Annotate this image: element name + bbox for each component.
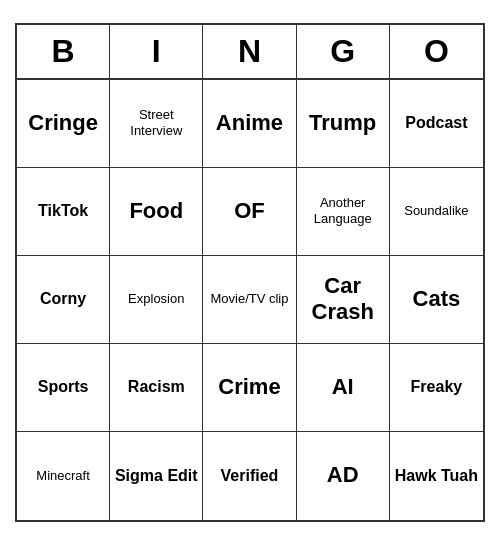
bingo-cell[interactable]: Soundalike	[390, 168, 483, 256]
bingo-cell[interactable]: TikTok	[17, 168, 110, 256]
header-letter: I	[110, 25, 203, 78]
bingo-cell[interactable]: Food	[110, 168, 203, 256]
header-letter: O	[390, 25, 483, 78]
bingo-cell[interactable]: OF	[203, 168, 296, 256]
cell-label: Freaky	[411, 377, 463, 396]
bingo-cell[interactable]: Anime	[203, 80, 296, 168]
cell-label: Food	[129, 198, 183, 224]
cell-label: Racism	[128, 377, 185, 396]
cell-label: Minecraft	[36, 468, 89, 484]
bingo-cell[interactable]: Sports	[17, 344, 110, 432]
bingo-cell[interactable]: Sigma Edit	[110, 432, 203, 520]
bingo-header: BINGO	[17, 25, 483, 80]
cell-label: Another Language	[301, 195, 385, 226]
bingo-cell[interactable]: Racism	[110, 344, 203, 432]
cell-label: Sports	[38, 377, 89, 396]
cell-label: Car Crash	[301, 273, 385, 326]
bingo-cell[interactable]: Corny	[17, 256, 110, 344]
bingo-grid: CringeStreet InterviewAnimeTrumpPodcastT…	[17, 80, 483, 520]
bingo-cell[interactable]: Freaky	[390, 344, 483, 432]
cell-label: Explosion	[128, 291, 184, 307]
cell-label: Street Interview	[114, 107, 198, 138]
cell-label: Anime	[216, 110, 283, 136]
cell-label: TikTok	[38, 201, 88, 220]
cell-label: Crime	[218, 374, 280, 400]
bingo-cell[interactable]: AD	[297, 432, 390, 520]
bingo-cell[interactable]: Another Language	[297, 168, 390, 256]
cell-label: Verified	[221, 466, 279, 485]
bingo-cell[interactable]: Trump	[297, 80, 390, 168]
bingo-cell[interactable]: Cringe	[17, 80, 110, 168]
bingo-cell[interactable]: Explosion	[110, 256, 203, 344]
header-letter: G	[297, 25, 390, 78]
bingo-cell[interactable]: Cats	[390, 256, 483, 344]
cell-label: AI	[332, 374, 354, 400]
bingo-card: BINGO CringeStreet InterviewAnimeTrumpPo…	[15, 23, 485, 522]
bingo-cell[interactable]: Verified	[203, 432, 296, 520]
bingo-cell[interactable]: Minecraft	[17, 432, 110, 520]
cell-label: Sigma Edit	[115, 466, 198, 485]
bingo-cell[interactable]: Movie/TV clip	[203, 256, 296, 344]
cell-label: Movie/TV clip	[210, 291, 288, 307]
cell-label: OF	[234, 198, 265, 224]
cell-label: Soundalike	[404, 203, 468, 219]
bingo-cell[interactable]: Street Interview	[110, 80, 203, 168]
cell-label: Corny	[40, 289, 86, 308]
header-letter: B	[17, 25, 110, 78]
cell-label: Podcast	[405, 113, 467, 132]
cell-label: Trump	[309, 110, 376, 136]
header-letter: N	[203, 25, 296, 78]
cell-label: Cats	[413, 286, 461, 312]
bingo-cell[interactable]: Crime	[203, 344, 296, 432]
bingo-cell[interactable]: Hawk Tuah	[390, 432, 483, 520]
bingo-cell[interactable]: Car Crash	[297, 256, 390, 344]
cell-label: Hawk Tuah	[395, 466, 478, 485]
bingo-cell[interactable]: AI	[297, 344, 390, 432]
bingo-cell[interactable]: Podcast	[390, 80, 483, 168]
cell-label: AD	[327, 462, 359, 488]
cell-label: Cringe	[28, 110, 98, 136]
